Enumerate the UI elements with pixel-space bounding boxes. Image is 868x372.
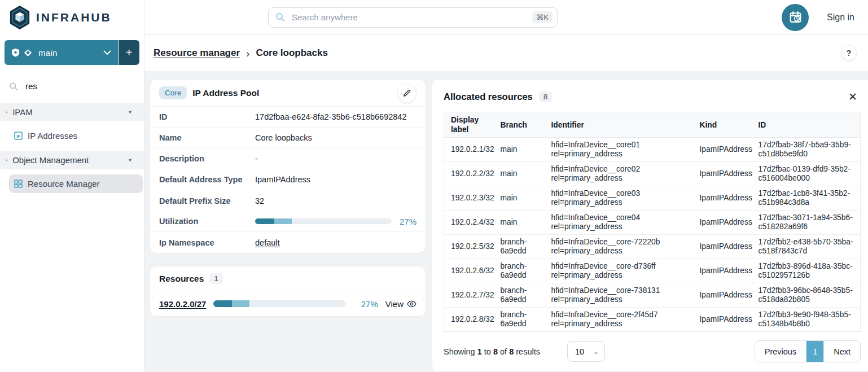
table-row[interactable]: 192.0.2.1/32 main hfid=InfraDevice__core… xyxy=(444,138,861,162)
cell-identifier: hfid=InfraDevice__core01 rel=primary_add… xyxy=(545,138,693,162)
previous-page-button[interactable]: Previous xyxy=(755,341,806,362)
cell-branch: branch-6a9edd xyxy=(494,308,545,332)
cell-branch: branch-6a9edd xyxy=(494,283,545,308)
sidebar-item-resource-manager[interactable]: Resource Manager xyxy=(9,174,143,193)
table-row[interactable]: 192.0.2.6/32 branch-6a9edd hfid=InfraDev… xyxy=(444,259,861,283)
cell-id: 17d2fbb3-9e90-f948-35b5-c51348b4b8b0 xyxy=(752,308,861,332)
column-header-id: ID xyxy=(752,112,861,138)
utilization-row: Utilization 27% xyxy=(150,211,426,232)
utilization-percent: 27% xyxy=(400,217,417,226)
brand-name: INFRAHUB xyxy=(36,11,112,24)
cell-kind: IpamIPAddress xyxy=(693,283,752,308)
pool-fields: ID 17d2fbaa-e624-8fa2-35b6-c518b6692842 … xyxy=(150,107,426,211)
prefix-link[interactable]: 192.0.2.0/27 xyxy=(159,299,206,309)
cell-branch: main xyxy=(494,138,545,162)
page: INFRAHUB main + xyxy=(0,0,868,372)
close-icon[interactable]: ✕ xyxy=(845,91,861,103)
view-button[interactable]: View xyxy=(385,299,417,309)
shield-icon xyxy=(11,48,20,57)
cell-id: 17d2fbab-38f7-b5a9-35b9-c51d8b5e9fd0 xyxy=(752,138,861,162)
sidebar-nav: • IPAM ▾ IP IP Addresses • Object Manage… xyxy=(0,103,144,199)
cell-kind: IpamIPAddress xyxy=(693,162,752,186)
sidebar-item-ip-addresses[interactable]: IP IP Addresses xyxy=(9,126,143,145)
field-row: Default Prefix Size 32 xyxy=(150,190,426,211)
page-1-button[interactable]: 1 xyxy=(806,341,823,362)
cell-kind: IpamIPAddress xyxy=(693,211,752,235)
section-label: Object Management xyxy=(12,155,89,165)
cell-branch: main xyxy=(494,186,545,211)
branch-row: main + xyxy=(5,40,139,65)
cell-identifier: hfid=InfraDevice__core-2f45d7 rel=primar… xyxy=(545,308,693,332)
results-summary: Showing 1 to 8 of 8 results xyxy=(444,347,540,356)
cell-kind: IpamIPAddress xyxy=(693,308,752,332)
sign-in-link[interactable]: Sign in xyxy=(827,12,854,23)
global-search-input[interactable] xyxy=(291,12,527,23)
sidebar-section-object-management[interactable]: • Object Management ▾ xyxy=(0,151,144,169)
chevron-right-icon: › xyxy=(246,48,249,59)
chevron-down-icon: ⌄ xyxy=(593,348,599,356)
bullet-icon: • xyxy=(6,110,7,115)
cell-identifier: hfid=InfraDevice__core-72220b rel=primar… xyxy=(545,235,693,259)
namespace-label: Ip Namespace xyxy=(159,238,255,247)
branch-name: main xyxy=(38,48,58,58)
branch-icon xyxy=(24,49,32,57)
cell-kind: IpamIPAddress xyxy=(693,186,752,211)
pool-card-title: IP Address Pool xyxy=(192,88,259,98)
cell-branch: main xyxy=(494,211,545,235)
search-icon xyxy=(9,82,18,91)
cell-display-label: 192.0.2.2/32 xyxy=(444,162,494,186)
table-row[interactable]: 192.0.2.3/32 main hfid=InfraDevice__core… xyxy=(444,186,861,211)
grid-icon xyxy=(14,180,23,188)
cell-kind: IpamIPAddress xyxy=(693,138,752,162)
global-search[interactable]: ⌘K xyxy=(268,7,558,28)
svg-text:IP: IP xyxy=(16,134,20,138)
resources-title: Resources xyxy=(159,274,204,284)
cell-identifier: hfid=InfraDevice__core04 rel=primary_add… xyxy=(545,211,693,235)
cell-identifier: hfid=InfraDevice__core-738131 rel=primar… xyxy=(545,283,693,308)
table-row[interactable]: 192.0.2.7/32 branch-6a9edd hfid=InfraDev… xyxy=(444,283,861,308)
edit-button[interactable] xyxy=(397,84,417,103)
sidebar-section-ipam[interactable]: • IPAM ▾ xyxy=(0,103,144,121)
table-row[interactable]: 192.0.2.5/32 branch-6a9edd hfid=InfraDev… xyxy=(444,235,861,259)
sidebar-item-label: IP Addresses xyxy=(28,131,77,141)
table-footer: Showing 1 to 8 of 8 results 10 ⌄ Previou… xyxy=(444,340,861,362)
field-row: Name Core loopbacks xyxy=(150,128,426,148)
bar-segment-light xyxy=(274,218,292,224)
pencil-icon xyxy=(403,89,411,97)
cell-id: 17d2fbb2-e438-5b70-35ba-c518f7843c7d xyxy=(752,235,861,259)
chevron-down-icon: ▾ xyxy=(129,109,131,115)
allocated-title: Allocated resources xyxy=(444,91,533,102)
branch-selector[interactable]: main xyxy=(5,40,118,65)
help-button[interactable]: ? xyxy=(841,45,857,61)
field-row: ID 17d2fbaa-e624-8fa2-35b6-c518b6692842 xyxy=(150,107,426,128)
column-header-display-label: Display label xyxy=(444,112,494,138)
utilization-bar xyxy=(255,218,392,224)
table-row[interactable]: 192.0.2.2/32 main hfid=InfraDevice__core… xyxy=(444,162,861,186)
infrahub-logo-icon xyxy=(9,6,30,29)
breadcrumb-row: Resource manager › Core loopbacks ? xyxy=(144,35,868,71)
cell-id: 17d2fbac-0139-dfd9-35b2-c516004be000 xyxy=(752,162,861,186)
namespace-link[interactable]: default xyxy=(255,238,280,247)
cell-identifier: hfid=InfraDevice__core03 rel=primary_add… xyxy=(545,186,693,211)
resources-card: Resources 1 192.0.2.0/27 27% View xyxy=(150,266,426,317)
allocated-table: Display label Branch Identifier Kind ID … xyxy=(444,112,861,332)
schema-avatar-button[interactable] xyxy=(782,4,809,31)
cell-display-label: 192.0.2.1/32 xyxy=(444,138,494,162)
section-label: IPAM xyxy=(12,107,33,117)
sidebar-item-label: Resource Manager xyxy=(28,179,100,189)
namespace-badge: Core xyxy=(159,86,187,99)
table-row[interactable]: 192.0.2.8/32 branch-6a9edd hfid=InfraDev… xyxy=(444,308,861,332)
table-row[interactable]: 192.0.2.4/32 main hfid=InfraDevice__core… xyxy=(444,211,861,235)
bar-segment-dark xyxy=(213,300,232,307)
cell-id: 17d2fbac-1cb8-3f41-35b2-c51b984c3d8a xyxy=(752,186,861,211)
add-branch-button[interactable]: + xyxy=(119,40,139,65)
page-size-select[interactable]: 10 ⌄ xyxy=(567,341,605,362)
column-header-branch: Branch xyxy=(494,112,545,138)
sidebar-search-input[interactable] xyxy=(24,81,135,91)
next-page-button[interactable]: Next xyxy=(823,341,860,362)
cell-display-label: 192.0.2.6/32 xyxy=(444,259,494,283)
breadcrumb-parent-link[interactable]: Resource manager xyxy=(154,47,240,59)
sidebar-search xyxy=(0,72,144,103)
column-header-identifier: Identifier xyxy=(545,112,693,138)
resource-bar xyxy=(213,300,345,307)
